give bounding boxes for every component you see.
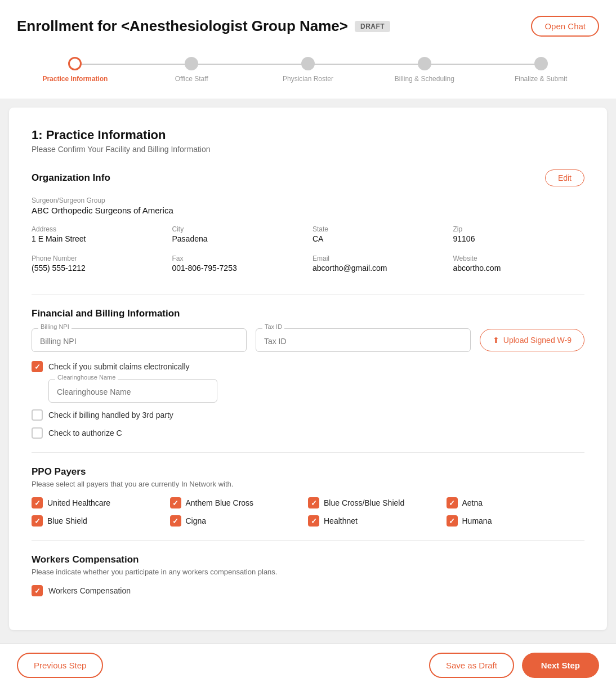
payer-aetna-checkbox[interactable]: [447, 497, 458, 508]
divider-3: [32, 540, 584, 541]
payer-united-healthcare-checkbox[interactable]: [32, 497, 43, 508]
clearinghouse-wrap: Clearinghouse Name: [48, 379, 584, 403]
step-practice-information[interactable]: Practice Information: [17, 57, 133, 83]
draft-badge: DRAFT: [355, 21, 390, 32]
divider-1: [32, 294, 584, 295]
authorize-label: Check to authorize C: [48, 429, 122, 438]
step-circle-2: [185, 57, 198, 70]
payer-blue-shield[interactable]: Blue Shield: [32, 515, 170, 527]
payer-humana[interactable]: Humana: [447, 515, 585, 527]
address-row: Address 1 E Main Street City Pasadena St…: [32, 225, 584, 251]
section-title: 1: Practice Information: [32, 128, 584, 142]
npi-tax-row: Billing NPI Tax ID ⬆ Upload Signed W-9: [32, 328, 584, 352]
wc-subtitle: Please indicate whether you participate …: [32, 568, 584, 576]
payer-aetna[interactable]: Aetna: [447, 497, 585, 508]
electronic-claims-label: Check if you submit claims electronicall…: [48, 362, 190, 371]
surgeon-label: Surgeon/Surgeon Group: [32, 197, 584, 204]
contact-row: Phone Number (555) 555-1212 Fax 001-806-…: [32, 255, 584, 280]
payer-humana-label: Humana: [462, 516, 492, 525]
tax-id-label: Tax ID: [262, 323, 284, 330]
fax-field: Fax 001-806-795-7253: [172, 255, 304, 280]
step-label-1: Practice Information: [42, 75, 108, 83]
step-circle-4: [418, 57, 431, 70]
title-wrap: Enrollment for <Anesthesiologist Group N…: [17, 17, 390, 35]
authorize-row[interactable]: Check to authorize C: [32, 427, 584, 439]
step-billing-scheduling[interactable]: Billing & Scheduling: [366, 57, 483, 83]
ppo-title: PPO Payers: [32, 466, 584, 478]
payer-cigna[interactable]: Cigna: [170, 515, 309, 527]
step-office-staff[interactable]: Office Staff: [133, 57, 250, 83]
billing-npi-label: Billing NPI: [38, 323, 72, 330]
payer-healthnet[interactable]: Healthnet: [308, 515, 447, 527]
ppo-subtitle: Please select all payers that you are cu…: [32, 480, 584, 488]
wc-checkbox[interactable]: [32, 585, 43, 596]
edit-org-button[interactable]: Edit: [545, 169, 584, 186]
payer-united-healthcare[interactable]: United Healthcare: [32, 497, 170, 508]
step-circle-3: [301, 57, 315, 70]
open-chat-button[interactable]: Open Chat: [531, 16, 599, 37]
page-title: Enrollment for <Anesthesiologist Group N…: [17, 17, 348, 35]
state-field: State CA: [313, 225, 444, 251]
payer-united-healthcare-label: United Healthcare: [47, 498, 110, 507]
save-draft-button[interactable]: Save as Draft: [429, 653, 514, 678]
phone-field: Phone Number (555) 555-1212: [32, 255, 163, 280]
zip-field: Zip 91106: [453, 225, 585, 251]
stepper: Practice Information Office Staff Physic…: [0, 46, 616, 99]
section-subtitle: Please Confirm Your Facility and Billing…: [32, 145, 584, 154]
step-label-2: Office Staff: [175, 75, 208, 83]
payer-healthnet-checkbox[interactable]: [308, 515, 319, 527]
third-party-row[interactable]: Check if billing handled by 3rd party: [32, 409, 584, 421]
org-info-header: Organization Info Edit: [32, 169, 584, 186]
step-finalize-submit[interactable]: Finalize & Submit: [483, 57, 599, 83]
financial-billing-title: Financial and Billing Information: [32, 308, 584, 319]
wc-checkbox-label: Workers Compensation: [48, 586, 131, 595]
website-field: Website abcortho.com: [453, 255, 585, 280]
step-circle-1: [68, 57, 82, 70]
payer-anthem-blue-cross-checkbox[interactable]: [170, 497, 181, 508]
third-party-label: Check if billing handled by 3rd party: [48, 411, 173, 420]
payer-healthnet-label: Healthnet: [324, 516, 358, 525]
email-field: Email abcortho@gmail.com: [313, 255, 444, 280]
tax-id-input[interactable]: [256, 328, 471, 352]
upload-w9-button[interactable]: ⬆ Upload Signed W-9: [480, 329, 584, 351]
electronic-claims-checkbox[interactable]: [32, 361, 43, 372]
payer-blue-shield-checkbox[interactable]: [32, 515, 43, 527]
payer-humana-checkbox[interactable]: [447, 515, 458, 527]
right-buttons: Save as Draft Next Step: [429, 653, 599, 678]
payers-grid: United Healthcare Anthem Blue Cross Blue…: [32, 497, 584, 527]
payer-anthem-blue-cross-label: Anthem Blue Cross: [186, 498, 254, 507]
payer-aetna-label: Aetna: [462, 498, 483, 507]
clearinghouse-input-wrap: Clearinghouse Name: [48, 379, 217, 403]
step-label-5: Finalize & Submit: [515, 75, 567, 83]
payer-blue-cross-shield[interactable]: Blue Cross/Blue Shield: [308, 497, 447, 508]
address-field: Address 1 E Main Street: [32, 225, 163, 251]
step-physician-roster[interactable]: Physician Roster: [250, 57, 367, 83]
third-party-checkbox[interactable]: [32, 409, 43, 421]
previous-step-button[interactable]: Previous Step: [17, 653, 103, 678]
bottom-bar: Previous Step Save as Draft Next Step: [0, 643, 616, 687]
wc-checkbox-row[interactable]: Workers Compensation: [32, 585, 584, 596]
billing-npi-wrap: Billing NPI: [32, 328, 247, 352]
payer-cigna-checkbox[interactable]: [170, 515, 181, 527]
step-label-4: Billing & Scheduling: [395, 75, 454, 83]
step-label-3: Physician Roster: [283, 75, 333, 83]
surgeon-info: Surgeon/Surgeon Group ABC Orthopedic Sur…: [32, 197, 584, 215]
upload-icon: ⬆: [493, 336, 499, 345]
surgeon-value: ABC Orthopedic Surgeons of America: [32, 206, 584, 215]
clearinghouse-label: Clearinghouse Name: [55, 374, 118, 381]
page-header: Enrollment for <Anesthesiologist Group N…: [0, 0, 616, 46]
main-card: 1: Practice Information Please Confirm Y…: [9, 108, 607, 630]
payer-blue-cross-shield-checkbox[interactable]: [308, 497, 319, 508]
tax-id-wrap: Tax ID: [256, 328, 471, 352]
payer-cigna-label: Cigna: [186, 516, 207, 525]
authorize-checkbox[interactable]: [32, 427, 43, 439]
payer-blue-shield-label: Blue Shield: [47, 516, 87, 525]
divider-2: [32, 452, 584, 453]
step-circle-5: [534, 57, 548, 70]
electronic-claims-row[interactable]: Check if you submit claims electronicall…: [32, 361, 584, 372]
city-field: City Pasadena: [172, 225, 304, 251]
billing-npi-input[interactable]: [32, 328, 247, 352]
clearinghouse-input[interactable]: [48, 379, 217, 403]
payer-anthem-blue-cross[interactable]: Anthem Blue Cross: [170, 497, 309, 508]
next-step-button[interactable]: Next Step: [522, 653, 599, 678]
